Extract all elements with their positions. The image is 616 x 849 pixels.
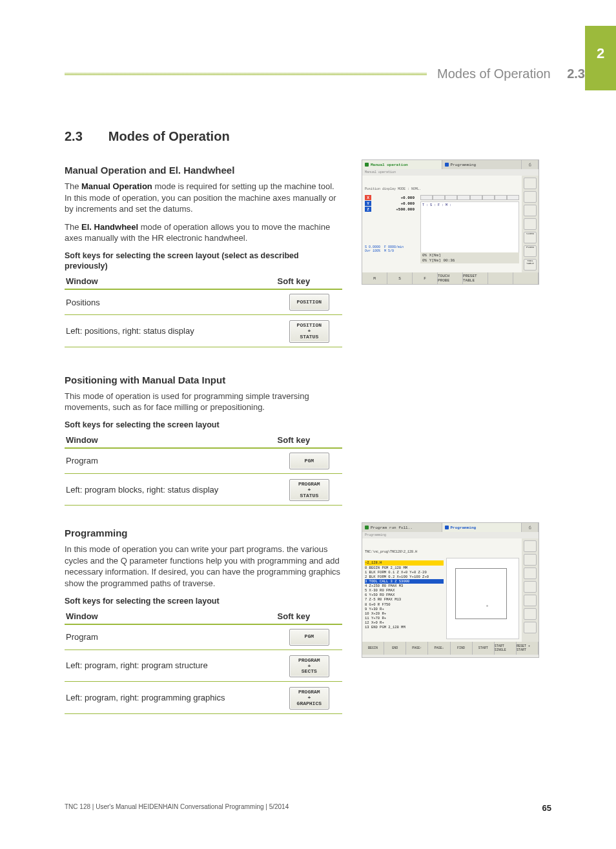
- softkey-table: WindowSoft key Program PGM Left: program…: [65, 433, 342, 506]
- table-cell: Left: program, right: program structure: [65, 650, 276, 681]
- softkey-position[interactable]: POSITION: [289, 294, 329, 311]
- screenshot-programming: Program run full.. Programming ⎙ Program…: [362, 522, 539, 658]
- chapter-tab: 2: [585, 26, 616, 90]
- screenshot-manual-operation: Manual operation Programming ⎙ Manual op…: [362, 159, 539, 285]
- table-caption: Soft keys for selecting the screen layou…: [65, 251, 342, 272]
- sub-heading-mdi: Positioning with Manual Data Input: [65, 374, 342, 385]
- softkey-pgm[interactable]: PGM: [289, 629, 329, 646]
- table-caption: Soft keys for selecting the screen layou…: [65, 420, 342, 430]
- table-cell: Left: positions, right: status display: [65, 315, 276, 347]
- table-cell: Left: program, right: programming graphi…: [65, 682, 276, 713]
- table-cell: Program: [65, 448, 276, 474]
- body-text: The Manual Operation mode is required fo…: [65, 181, 342, 215]
- softkey-program-status[interactable]: PROGRAM+STATUS: [289, 479, 329, 501]
- table-caption: Soft keys for selecting the screen layou…: [65, 596, 342, 606]
- softkey-pgm[interactable]: PGM: [289, 453, 329, 469]
- table-cell: Program: [65, 624, 276, 650]
- body-text: The El. Handwheel mode of operation allo…: [65, 221, 342, 244]
- softkey-table: WindowSoft key Program PGM Left: program…: [65, 609, 342, 714]
- table-cell: Positions: [65, 289, 276, 315]
- section-heading: 2.3Modes of Operation: [65, 129, 549, 144]
- softkey-position-status[interactable]: POSITION+STATUS: [289, 320, 329, 342]
- softkey-table: WindowSoft key Positions POSITION Left: …: [65, 274, 342, 347]
- sub-heading-manual: Manual Operation and El. Handwheel: [65, 165, 342, 176]
- table-cell: Left: program blocks, right: status disp…: [65, 473, 276, 505]
- header-section-num: 2.3: [567, 66, 585, 81]
- softkey-program-sects[interactable]: PROGRAM+SECTS: [289, 655, 329, 677]
- page-footer: TNC 128 | User's Manual HEIDENHAIN Conve…: [65, 803, 551, 813]
- section-num: 2.3: [65, 129, 83, 143]
- footer-text: TNC 128 | User's Manual HEIDENHAIN Conve…: [65, 803, 289, 813]
- header-title: Modes of Operation: [437, 66, 551, 81]
- body-text: This mode of operation is used for progr…: [65, 391, 342, 413]
- page-number: 65: [542, 803, 551, 813]
- page-header: Modes of Operation 2.3: [65, 56, 585, 91]
- sub-heading-programming: Programming: [65, 527, 342, 538]
- body-text: In this mode of operation you can write …: [65, 544, 342, 589]
- softkey-program-graphics[interactable]: PROGRAM+GRAPHICS: [289, 687, 329, 709]
